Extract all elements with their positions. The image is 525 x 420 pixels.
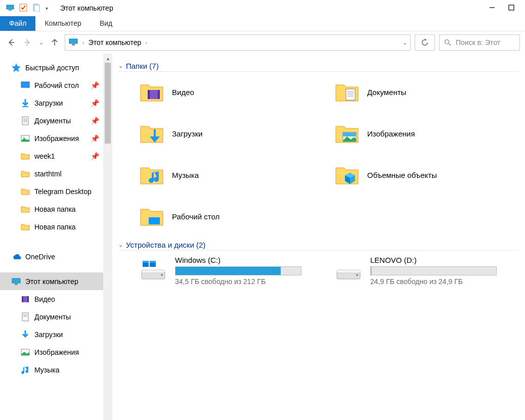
tree-pc-pictures[interactable]: Изображения bbox=[0, 343, 103, 361]
back-button[interactable] bbox=[5, 36, 17, 49]
tree-this-pc[interactable]: Этот компьютер bbox=[0, 272, 103, 290]
tree-item-starthtml[interactable]: starthtml bbox=[0, 165, 103, 182]
svg-rect-10 bbox=[72, 44, 75, 45]
window-title: Этот компьютер bbox=[60, 4, 113, 12]
address-bar[interactable]: › Этот компьютер › ⌄ bbox=[65, 34, 411, 51]
tree-label: Этот компьютер bbox=[25, 277, 78, 286]
scroll-up-icon[interactable]: ▴ bbox=[103, 54, 112, 63]
svg-rect-1 bbox=[9, 10, 12, 11]
folder-tile-video[interactable]: Видео bbox=[139, 77, 324, 107]
refresh-button[interactable] bbox=[415, 34, 435, 51]
tab-file[interactable]: Файл bbox=[0, 16, 35, 31]
star-icon bbox=[11, 63, 21, 73]
folder-tile-downloads[interactable]: Загрузки bbox=[139, 118, 324, 149]
svg-point-43 bbox=[161, 274, 163, 276]
folder-tile-documents[interactable]: Документы bbox=[334, 77, 519, 107]
tab-view[interactable]: Вид bbox=[91, 16, 121, 31]
folder-tile-desktop[interactable]: Рабочий стол bbox=[139, 201, 324, 231]
chevron-down-icon: ⌄ bbox=[118, 242, 123, 248]
tree-label: Загрузки bbox=[34, 331, 63, 339]
svg-rect-22 bbox=[12, 278, 20, 283]
address-dropdown-icon[interactable]: ⌄ bbox=[403, 39, 407, 46]
drive-capacity-bar bbox=[370, 266, 497, 275]
properties-checkbox-icon[interactable] bbox=[19, 4, 27, 13]
sidebar-scrollbar[interactable]: ▴ bbox=[103, 54, 112, 420]
svg-rect-6 bbox=[509, 5, 514, 10]
svg-point-11 bbox=[445, 40, 449, 44]
forward-button[interactable] bbox=[21, 36, 33, 49]
folder-icon bbox=[20, 222, 30, 232]
folder-3d-icon bbox=[334, 162, 360, 188]
tree-label: week1 bbox=[34, 152, 55, 160]
tree-item-newfolder[interactable]: Новая папка bbox=[0, 200, 103, 218]
document-icon bbox=[20, 312, 30, 322]
tree-item-pictures[interactable]: Изображения 📌 bbox=[0, 129, 103, 147]
pin-icon: 📌 bbox=[91, 81, 99, 89]
tree-pc-documents[interactable]: Документы bbox=[0, 308, 103, 325]
svg-rect-33 bbox=[158, 90, 160, 99]
drive-tile-c[interactable]: Windows (C:) 34,5 ГБ свободно из 212 ГБ bbox=[139, 256, 324, 286]
search-box[interactable]: Поиск в: Этот bbox=[439, 34, 520, 51]
tree-item-downloads[interactable]: Загрузки 📌 bbox=[0, 94, 103, 112]
new-folder-icon[interactable] bbox=[32, 4, 40, 13]
folder-label: Объемные объекты bbox=[367, 171, 437, 179]
svg-point-50 bbox=[356, 274, 358, 276]
tree-item-desktop[interactable]: Рабочий стол 📌 bbox=[0, 76, 103, 94]
drive-name: Windows (C:) bbox=[175, 256, 301, 264]
tree-item-newfolder2[interactable]: Новая папка bbox=[0, 218, 103, 236]
folder-icon bbox=[20, 151, 30, 161]
svg-rect-23 bbox=[15, 284, 18, 285]
svg-rect-26 bbox=[27, 296, 29, 302]
maximize-button[interactable] bbox=[508, 4, 515, 13]
tree-label: Документы bbox=[34, 117, 71, 125]
group-title: Устройства и диски (2) bbox=[126, 241, 205, 249]
document-icon bbox=[20, 116, 30, 126]
folder-tile-3d[interactable]: Объемные объекты bbox=[334, 160, 519, 190]
tree-onedrive[interactable]: OneDrive bbox=[0, 248, 103, 265]
tree-pc-video[interactable]: Видео bbox=[0, 290, 103, 308]
folder-icon bbox=[20, 186, 30, 197]
recent-dropdown[interactable]: ⌄ bbox=[37, 36, 45, 49]
qat-dropdown-icon[interactable]: ▾ bbox=[46, 6, 48, 11]
tree-item-telegram[interactable]: Telegram Desktop bbox=[0, 182, 103, 200]
folder-desktop-icon bbox=[139, 203, 165, 229]
tree-item-week1[interactable]: week1 📌 bbox=[0, 147, 103, 165]
group-drives-header[interactable]: ⌄ Устройства и диски (2) bbox=[118, 241, 519, 251]
tree-label: Видео bbox=[34, 295, 55, 303]
tab-computer[interactable]: Компьютер bbox=[35, 16, 90, 31]
folder-music-icon bbox=[139, 162, 165, 188]
svg-rect-32 bbox=[148, 90, 150, 99]
tree-item-documents[interactable]: Документы 📌 bbox=[0, 112, 103, 129]
folder-downloads-icon bbox=[139, 120, 165, 147]
up-button[interactable] bbox=[49, 36, 61, 49]
folder-icon bbox=[20, 204, 30, 214]
drive-tile-d[interactable]: LENOVO (D:) 24,9 ГБ свободно из 24,9 ГБ bbox=[334, 256, 519, 286]
group-folders-header[interactable]: ⌄ Папки (7) bbox=[118, 62, 519, 72]
minimize-button[interactable] bbox=[489, 4, 496, 13]
group-title: Папки (7) bbox=[126, 62, 159, 70]
folders-grid: Видео Документы Загрузки Изображения Муз… bbox=[118, 77, 519, 231]
folder-pictures-icon bbox=[334, 120, 360, 147]
tree-pc-music[interactable]: Музыка bbox=[0, 361, 103, 379]
folder-tile-pictures[interactable]: Изображения bbox=[334, 118, 519, 149]
chevron-right-icon[interactable]: › bbox=[82, 39, 84, 45]
folder-icon bbox=[20, 169, 30, 179]
search-placeholder: Поиск в: Этот bbox=[456, 38, 500, 46]
tree-quick-access[interactable]: Быстрый доступ bbox=[0, 59, 103, 76]
chevron-right-icon[interactable]: › bbox=[145, 39, 147, 45]
svg-line-12 bbox=[449, 43, 451, 45]
picture-icon bbox=[20, 347, 30, 357]
folder-video-icon bbox=[139, 79, 165, 105]
tree-pc-downloads[interactable]: Загрузки bbox=[0, 325, 103, 343]
pin-icon: 📌 bbox=[91, 117, 99, 125]
music-icon bbox=[20, 365, 30, 375]
drive-d-icon bbox=[334, 256, 363, 285]
tree-label: OneDrive bbox=[25, 253, 55, 261]
svg-rect-27 bbox=[22, 313, 28, 321]
folder-label: Загрузки bbox=[172, 129, 202, 138]
scrollbar-thumb[interactable] bbox=[105, 63, 111, 144]
breadcrumb[interactable]: Этот компьютер bbox=[89, 38, 142, 46]
folder-tile-music[interactable]: Музыка bbox=[139, 160, 324, 190]
folder-label: Изображения bbox=[367, 129, 415, 138]
folder-label: Рабочий стол bbox=[172, 212, 220, 221]
